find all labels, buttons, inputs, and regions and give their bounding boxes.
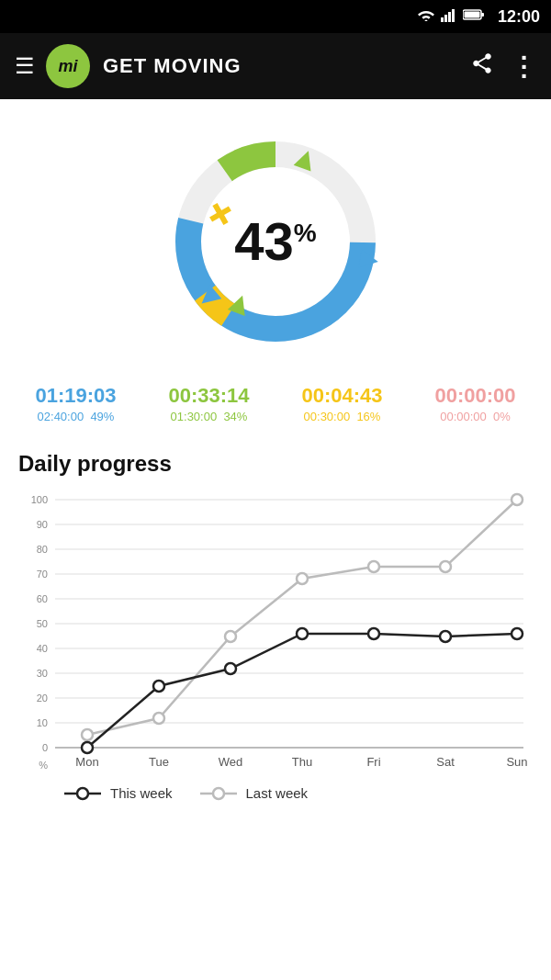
svg-text:50: 50 [37,618,48,629]
svg-rect-7 [464,12,479,18]
status-bar: 12:00 [0,0,551,33]
svg-text:30: 30 [37,668,48,679]
stat-green-sub: 01:30:00 34% [171,410,248,423]
battery-icon [463,8,485,25]
svg-text:Tue: Tue [149,755,169,769]
svg-point-66 [213,788,224,799]
svg-text:Mon: Mon [75,755,98,769]
daily-progress-title: Daily progress [18,451,533,477]
stat-yellow-sub: 00:30:00 16% [304,410,381,423]
svg-point-52 [297,573,308,584]
svg-point-57 [153,681,164,692]
app-title: GET MOVING [103,54,470,78]
nav-bar: ☰ mi GET MOVING ⋮ [0,33,551,99]
svg-point-49 [82,729,93,740]
svg-point-61 [440,631,451,642]
svg-point-51 [225,631,236,642]
svg-point-56 [82,742,93,753]
svg-rect-2 [444,15,447,22]
svg-point-54 [440,561,451,572]
legend-last-week-label: Last week [246,785,309,801]
status-time: 12:00 [498,7,540,27]
donut-percentage: 43% [234,215,316,268]
app-logo: mi [46,44,90,88]
stat-pink: 00:00:00 00:00:00 0% [421,384,531,423]
svg-text:100: 100 [31,494,48,505]
svg-rect-4 [452,9,455,22]
stat-yellow: 00:04:43 00:30:00 16% [287,384,398,423]
svg-point-64 [77,788,88,799]
svg-text:Wed: Wed [219,755,243,769]
stat-blue-main: 01:19:03 [35,384,116,408]
svg-rect-15 [209,206,231,221]
svg-point-59 [297,628,308,639]
svg-point-58 [225,663,236,674]
stat-pink-sub: 00:00:00 0% [440,410,511,423]
more-icon[interactable]: ⋮ [511,51,536,82]
svg-text:80: 80 [37,544,48,555]
svg-text:20: 20 [37,693,48,704]
svg-point-50 [153,713,164,724]
svg-text:60: 60 [37,593,48,604]
svg-text:90: 90 [37,519,48,530]
logo-text: mi [58,57,77,76]
nav-actions: ⋮ [470,51,536,82]
svg-rect-3 [448,12,451,22]
svg-text:%: % [39,760,48,771]
svg-text:0: 0 [42,742,48,753]
signal-icon [441,9,457,25]
svg-text:40: 40 [37,643,48,654]
stat-blue: 01:19:03 02:40:00 49% [21,384,131,423]
chart-svg: 100 90 80 70 60 50 40 30 20 10 0 % [18,486,533,780]
stat-blue-sub: 02:40:00 49% [38,410,115,423]
svg-text:Fri: Fri [366,755,380,769]
legend-this-week: This week [64,785,173,801]
daily-progress-section: Daily progress 100 90 80 70 60 50 40 30 … [0,442,551,810]
stat-yellow-main: 00:04:43 [301,384,382,408]
legend-last-week: Last week [200,785,309,801]
svg-rect-1 [441,17,444,22]
hamburger-icon[interactable]: ☰ [15,53,35,79]
svg-text:70: 70 [37,569,48,580]
donut-section: 43% [0,99,551,375]
svg-point-60 [368,628,379,639]
svg-text:Thu: Thu [292,755,312,769]
svg-text:Sun: Sun [506,755,527,769]
svg-point-0 [424,20,427,22]
stats-row: 01:19:03 02:40:00 49% 00:33:14 01:30:00 … [0,375,551,442]
stat-green: 00:33:14 01:30:00 34% [154,384,264,423]
svg-rect-6 [481,13,484,17]
wifi-icon [417,8,435,25]
main-content: 43% 01:19:03 02:40:00 49% 00:33:14 01:30… [0,99,551,810]
share-icon[interactable] [470,51,494,81]
svg-point-62 [512,628,523,639]
stat-pink-main: 00:00:00 [434,384,515,408]
svg-text:Sat: Sat [436,755,455,769]
stat-green-main: 00:33:14 [168,384,249,408]
status-icons: 12:00 [417,7,540,27]
svg-point-55 [512,494,523,505]
legend-this-week-label: This week [110,785,173,801]
chart-area: 100 90 80 70 60 50 40 30 20 10 0 % [18,486,533,780]
donut-chart: 43% [161,127,390,356]
chart-legend: This week Last week [18,780,533,801]
svg-point-53 [368,561,379,572]
svg-text:10: 10 [37,717,48,728]
